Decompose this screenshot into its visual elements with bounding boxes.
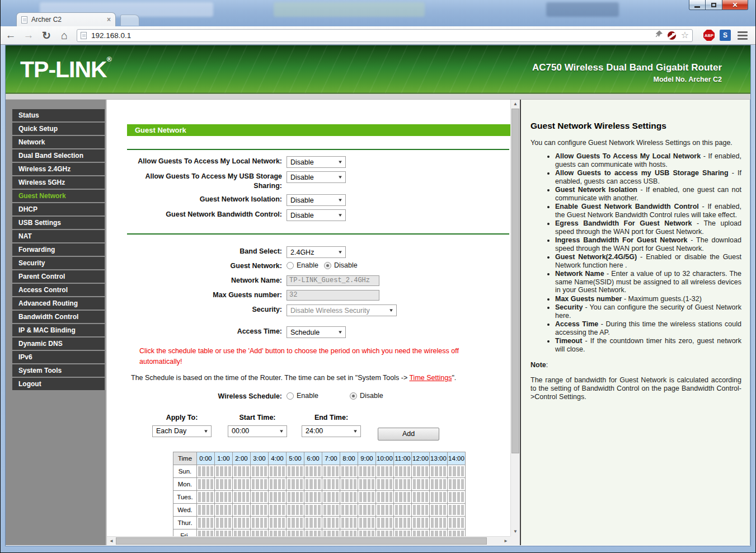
schedule-cell[interactable]: [233, 529, 251, 536]
band-select-dropdown[interactable]: 2.4GHz▼: [287, 246, 346, 258]
sidebar-item-guest-network[interactable]: Guest Network: [12, 190, 105, 202]
schedule-cell[interactable]: [269, 490, 287, 503]
schedule-cell[interactable]: [376, 529, 394, 536]
schedule-cell[interactable]: [304, 465, 322, 477]
schedule-cell[interactable]: [215, 490, 233, 503]
schedule-cell[interactable]: [448, 503, 466, 516]
s-extension-icon[interactable]: S: [720, 30, 731, 41]
sidebar-item-system-tools[interactable]: System Tools: [12, 364, 105, 377]
end-time-dropdown[interactable]: 24:00▼: [302, 425, 361, 437]
schedule-cell[interactable]: [269, 503, 287, 516]
schedule-cell[interactable]: [412, 490, 430, 503]
schedule-cell[interactable]: [358, 465, 376, 477]
schedule-cell[interactable]: [394, 503, 412, 516]
schedule-cell[interactable]: [304, 529, 322, 536]
network-name-field[interactable]: TP-LINK_Guest_2.4GHz: [287, 275, 379, 286]
schedule-cell[interactable]: [251, 477, 269, 490]
schedule-cell[interactable]: [376, 465, 394, 477]
scroll-left-arrow-icon[interactable]: ◄: [107, 537, 116, 545]
schedule-cell[interactable]: [340, 465, 358, 477]
schedule-cell[interactable]: [394, 477, 412, 490]
schedule-cell[interactable]: [430, 490, 448, 503]
sidebar-item-bandwidth-control[interactable]: Bandwidth Control: [12, 311, 105, 323]
plugin-blocked-icon[interactable]: [668, 31, 676, 40]
schedule-cell[interactable]: [304, 490, 322, 503]
tab-close-button[interactable]: ×: [107, 16, 111, 24]
browser-tab[interactable]: Archer C2 ×: [16, 12, 116, 26]
minimize-button[interactable]: [689, 0, 706, 10]
schedule-cell[interactable]: [358, 516, 376, 529]
schedule-cell[interactable]: [430, 503, 448, 516]
schedule-cell[interactable]: [358, 529, 376, 536]
scroll-up-arrow-icon[interactable]: ▲: [511, 100, 520, 109]
bookmark-star-icon[interactable]: ☆: [681, 31, 689, 40]
access-time-dropdown[interactable]: Schedule▼: [287, 326, 346, 338]
sidebar-item-ip-mac-binding[interactable]: IP & MAC Binding: [12, 324, 105, 336]
sidebar-item-network[interactable]: Network: [12, 136, 105, 148]
apply-to-dropdown[interactable]: Each Day▼: [152, 425, 212, 437]
security-dropdown[interactable]: Disable Wireless Security▼: [287, 304, 397, 316]
schedule-cell[interactable]: [340, 490, 358, 503]
sidebar-item-advanced-routing[interactable]: Advanced Routing: [12, 297, 105, 310]
schedule-cell[interactable]: [233, 477, 251, 490]
schedule-cell[interactable]: [340, 516, 358, 529]
horizontal-scrollbar[interactable]: ◄ ►: [107, 536, 510, 545]
form1-dropdown-2[interactable]: Disable▼: [287, 194, 346, 206]
schedule-cell[interactable]: [287, 477, 304, 490]
schedule-cell[interactable]: [412, 529, 430, 536]
schedule-cell[interactable]: [215, 529, 233, 536]
url-text[interactable]: 192.168.0.1: [91, 31, 650, 40]
schedule-cell[interactable]: [448, 516, 466, 529]
close-button[interactable]: ✕: [722, 0, 748, 10]
sidebar-item-access-control[interactable]: Access Control: [12, 284, 105, 296]
schedule-cell[interactable]: [233, 516, 251, 529]
schedule-cell[interactable]: [412, 465, 430, 477]
time-settings-link[interactable]: Time Settings: [409, 374, 452, 382]
schedule-cell[interactable]: [358, 477, 376, 490]
form1-dropdown-3[interactable]: Disable▼: [287, 209, 346, 221]
schedule-cell[interactable]: [197, 516, 215, 529]
schedule-cell[interactable]: [430, 529, 448, 536]
schedule-cell[interactable]: [412, 477, 430, 490]
schedule-cell[interactable]: [215, 503, 233, 516]
schedule-cell[interactable]: [197, 529, 215, 536]
schedule-cell[interactable]: [412, 516, 430, 529]
back-button[interactable]: ←: [3, 29, 18, 41]
add-button[interactable]: Add: [378, 428, 439, 440]
scroll-down-arrow-icon[interactable]: ▼: [511, 527, 520, 536]
schedule-cell[interactable]: [430, 477, 448, 490]
maximize-button[interactable]: [706, 0, 722, 10]
schedule-cell[interactable]: [394, 516, 412, 529]
sidebar-item-logout[interactable]: Logout: [12, 378, 105, 390]
schedule-cell[interactable]: [269, 465, 287, 477]
schedule-cell[interactable]: [251, 503, 269, 516]
schedule-cell[interactable]: [448, 529, 466, 536]
schedule-cell[interactable]: [448, 490, 466, 503]
schedule-cell[interactable]: [304, 477, 322, 490]
wireless-schedule-enable-option[interactable]: Enable: [297, 391, 318, 401]
schedule-cell[interactable]: [340, 477, 358, 490]
schedule-cell[interactable]: [376, 503, 394, 516]
sidebar-item-parent-control[interactable]: Parent Control: [12, 270, 105, 283]
schedule-cell[interactable]: [287, 465, 304, 477]
max-guests-field[interactable]: 32: [287, 290, 379, 301]
home-button[interactable]: ⌂: [57, 29, 72, 42]
chrome-menu-icon[interactable]: [735, 31, 750, 40]
guest-network-disable-option[interactable]: Disable: [334, 261, 358, 270]
schedule-cell[interactable]: [358, 490, 376, 503]
sidebar-item-dhcp[interactable]: DHCP: [12, 203, 105, 215]
schedule-cell[interactable]: [287, 490, 304, 503]
schedule-cell[interactable]: [394, 465, 412, 477]
schedule-cell[interactable]: [394, 490, 412, 503]
schedule-cell[interactable]: [304, 516, 322, 529]
schedule-cell[interactable]: [197, 490, 215, 503]
new-tab-button[interactable]: [120, 15, 139, 26]
schedule-cell[interactable]: [251, 529, 269, 536]
schedule-cell[interactable]: [430, 465, 448, 477]
schedule-cell[interactable]: [376, 477, 394, 490]
schedule-cell[interactable]: [322, 516, 340, 529]
sidebar-item-forwarding[interactable]: Forwarding: [12, 243, 105, 256]
form1-dropdown-0[interactable]: Disable▼: [287, 156, 346, 168]
start-time-dropdown[interactable]: 00:00▼: [228, 425, 287, 437]
sidebar-item-security[interactable]: Security: [12, 257, 105, 269]
